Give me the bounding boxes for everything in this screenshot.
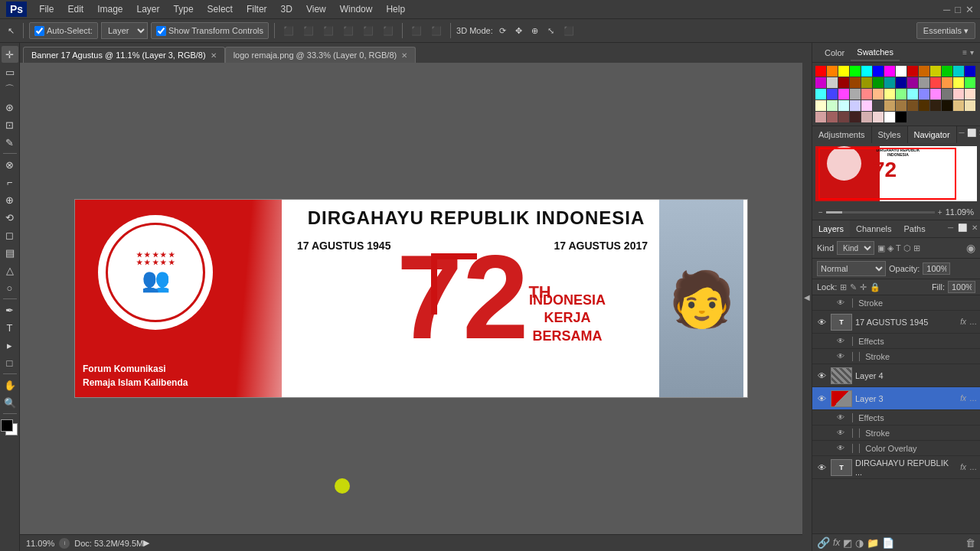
zoom-plus-icon[interactable]: + [938, 208, 942, 217]
swatch-55[interactable] [965, 100, 975, 111]
swatch-12[interactable] [953, 66, 964, 77]
layers-minimize-icon[interactable]: ─ [946, 220, 956, 237]
foreground-color[interactable] [1, 419, 13, 432]
menu-file[interactable]: File [33, 2, 60, 16]
layer-link-icon[interactable]: 🔗 [817, 536, 830, 549]
swatch-14[interactable] [815, 77, 826, 88]
swatch-27[interactable] [965, 77, 975, 88]
swatch-24[interactable] [930, 77, 941, 88]
layer-17agustus[interactable]: 👁 T 17 AGUSTUS 1945 fx … [812, 311, 980, 334]
swatch-23[interactable] [919, 77, 929, 88]
layer-new-icon[interactable]: 📄 [882, 537, 894, 549]
path-selection-tool[interactable]: ▸ [2, 337, 18, 354]
swatch-41[interactable] [965, 89, 975, 99]
move-tool[interactable]: ✛ [2, 46, 18, 63]
layer-folder-icon[interactable]: 📁 [867, 537, 879, 549]
layer-eye-4[interactable]: 👁 [815, 370, 828, 382]
blend-mode-select[interactable]: Normal [817, 261, 886, 276]
menu-help[interactable]: Help [380, 2, 411, 16]
eye-icon-s2[interactable]: 👁 [837, 352, 848, 360]
swatch-8[interactable] [907, 66, 918, 77]
swatch-49[interactable] [896, 100, 906, 111]
crop-tool[interactable]: ⊡ [2, 116, 18, 133]
eyedropper-tool[interactable]: ✎ [2, 134, 18, 151]
swatch-39[interactable] [942, 89, 952, 99]
swatch-17[interactable] [850, 77, 861, 88]
adj-minimize-icon[interactable]: ─ [959, 129, 965, 141]
history-tool[interactable]: ⟲ [2, 209, 18, 226]
menu-edit[interactable]: Edit [61, 2, 90, 16]
3d-scale-icon[interactable]: ⤡ [544, 24, 557, 37]
move-tool-icon[interactable]: ↖ [5, 24, 18, 37]
swatch-37[interactable] [919, 89, 929, 99]
align-right-icon[interactable]: ⬛ [320, 24, 337, 37]
dodge-tool[interactable]: ○ [2, 279, 18, 296]
menu-3d[interactable]: 3D [275, 2, 299, 16]
layer-dirgahayu[interactable]: 👁 T DIRGAHAYU REPUBLIK ... fx … [812, 456, 980, 479]
pen-tool[interactable]: ✒ [2, 302, 18, 318]
tab-color[interactable]: Color [818, 45, 851, 60]
3d-rotate-icon[interactable]: ⟳ [496, 24, 509, 37]
eye-icon[interactable]: 👁 [837, 298, 848, 307]
swatch-26[interactable] [953, 77, 964, 88]
layer-3-item[interactable]: 👁 Layer 3 fx … [812, 387, 980, 410]
swatch-38[interactable] [930, 89, 941, 99]
swatch-29[interactable] [827, 89, 838, 99]
zoom-minus-icon[interactable]: − [818, 208, 823, 217]
swatch-32[interactable] [861, 89, 872, 99]
layers-expand-icon[interactable]: ⬜ [956, 220, 969, 237]
swatch-53[interactable] [942, 100, 952, 111]
align-left-icon[interactable]: ⬛ [280, 24, 297, 37]
brush-tool[interactable]: ⌐ [2, 174, 18, 191]
swatch-60[interactable] [861, 112, 872, 122]
layers-close-icon[interactable]: ✕ [969, 220, 980, 237]
menu-select[interactable]: Select [201, 2, 239, 16]
tab-logo-close[interactable]: ✕ [401, 51, 407, 60]
close-btn[interactable]: ✕ [965, 4, 974, 15]
swatch-36[interactable] [907, 89, 918, 99]
swatch-9[interactable] [919, 66, 929, 77]
shape-tool[interactable]: □ [2, 354, 18, 371]
swatch-45[interactable] [850, 100, 861, 111]
swatch-0[interactable] [815, 66, 826, 77]
filter-adjust-icon[interactable]: ◈ [887, 243, 893, 253]
swatch-42[interactable] [815, 100, 826, 111]
swatch-28[interactable] [815, 89, 826, 99]
hand-tool[interactable]: ✋ [2, 377, 18, 393]
swatch-21[interactable] [896, 77, 906, 88]
filter-type-icon[interactable]: T [896, 243, 901, 253]
tab-layers[interactable]: Layers [812, 220, 850, 237]
swatch-1[interactable] [827, 66, 838, 77]
menu-type[interactable]: Type [168, 2, 200, 16]
swatch-15[interactable] [827, 77, 838, 88]
tab-swatches[interactable]: Swatches [851, 44, 900, 61]
swatch-46[interactable] [861, 100, 872, 111]
swatch-30[interactable] [838, 89, 849, 99]
canvas-content[interactable]: ★ ★ ★ ★ ★★ ★ ★ ★ ★ 👥 Forum Komunikasi Re… [20, 63, 802, 534]
layer-options-dirgahayu[interactable]: … [969, 463, 977, 471]
lock-checkerboard-icon[interactable]: ⊞ [840, 282, 847, 292]
tab-banner-close[interactable]: ✕ [211, 51, 217, 60]
swatch-7[interactable] [896, 66, 906, 77]
align-middle-icon[interactable]: ⬛ [360, 24, 377, 37]
swatch-58[interactable] [838, 112, 849, 122]
layer-fx-icon[interactable]: fx [833, 537, 840, 548]
filter-shape-icon[interactable]: ⬡ [903, 243, 911, 253]
menu-image[interactable]: Image [91, 2, 129, 16]
tab-adjustments[interactable]: Adjustments [812, 126, 872, 143]
type-tool[interactable]: T [2, 319, 18, 336]
swatch-57[interactable] [827, 112, 838, 122]
clone-tool[interactable]: ⊕ [2, 191, 18, 208]
layer-select[interactable]: Layer Group [101, 22, 148, 39]
swatch-62[interactable] [884, 112, 895, 122]
swatch-19[interactable] [873, 77, 884, 88]
sub-stroke-2[interactable]: 👁 │ │ Stroke [812, 349, 980, 364]
quick-select-tool[interactable]: ⊛ [2, 99, 18, 116]
swatch-20[interactable] [884, 77, 895, 88]
tab-styles[interactable]: Styles [872, 126, 908, 143]
swatch-6[interactable] [884, 66, 895, 77]
3d-extra-icon[interactable]: ⬛ [560, 24, 577, 37]
gradient-tool[interactable]: ▤ [2, 244, 18, 261]
essentials-button[interactable]: Essentials ▾ [916, 22, 975, 39]
3d-pan-icon[interactable]: ✥ [512, 24, 525, 37]
